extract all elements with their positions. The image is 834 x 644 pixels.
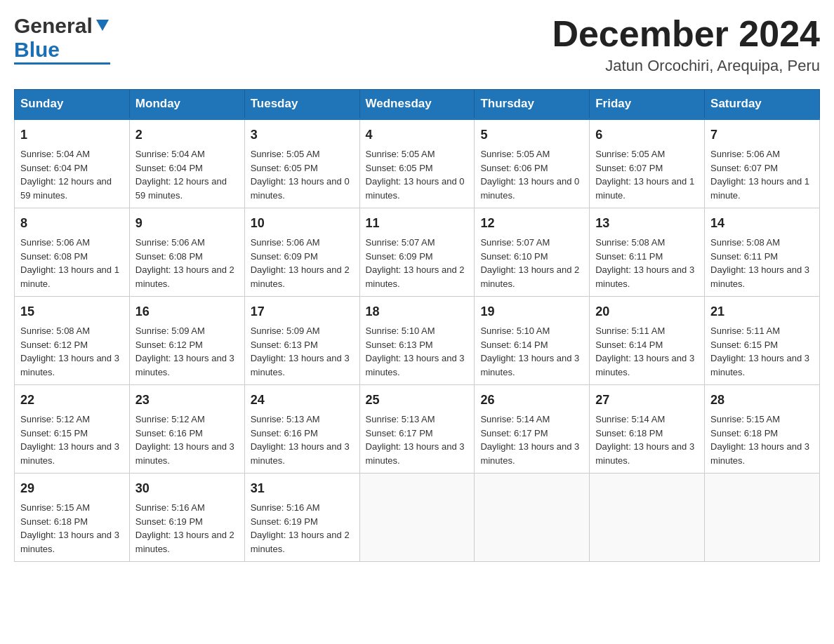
sunrise-label: Sunrise: 5:07 AM (480, 237, 550, 248)
location-title: Jatun Orcochiri, Arequipa, Peru (552, 57, 820, 75)
day-number: 20 (595, 302, 699, 321)
sunrise-label: Sunrise: 5:10 AM (480, 326, 550, 336)
table-row: 20 Sunrise: 5:11 AM Sunset: 6:14 PM Dayl… (590, 297, 705, 385)
sunset-label: Sunset: 6:12 PM (20, 340, 88, 350)
day-number: 15 (20, 302, 124, 321)
page-header: General Blue December 2024 Jatun Orcochi… (14, 14, 820, 75)
sunrise-label: Sunrise: 5:11 AM (710, 326, 780, 336)
day-number: 4 (366, 126, 469, 145)
sunrise-label: Sunrise: 5:05 AM (480, 149, 550, 159)
daylight-label: Daylight: 13 hours and 2 minutes. (135, 530, 234, 554)
daylight-label: Daylight: 13 hours and 3 minutes. (480, 353, 579, 377)
logo-triangle-icon (95, 17, 110, 32)
sunset-label: Sunset: 6:05 PM (366, 163, 433, 173)
table-row (359, 474, 475, 562)
table-row: 1 Sunrise: 5:04 AM Sunset: 6:04 PM Dayli… (15, 119, 130, 208)
sunrise-label: Sunrise: 5:13 AM (251, 414, 320, 424)
table-row: 30 Sunrise: 5:16 AM Sunset: 6:19 PM Dayl… (129, 474, 244, 562)
sunset-label: Sunset: 6:09 PM (366, 251, 433, 262)
table-row: 9 Sunrise: 5:06 AM Sunset: 6:08 PM Dayli… (129, 208, 244, 297)
daylight-label: Daylight: 13 hours and 2 minutes. (135, 264, 234, 289)
daylight-label: Daylight: 13 hours and 0 minutes. (480, 176, 579, 201)
table-row: 12 Sunrise: 5:07 AM Sunset: 6:10 PM Dayl… (475, 208, 590, 297)
daylight-label: Daylight: 13 hours and 3 minutes. (251, 353, 350, 377)
header-tuesday: Tuesday (244, 90, 359, 119)
sunrise-label: Sunrise: 5:05 AM (366, 149, 435, 159)
daylight-label: Daylight: 13 hours and 1 minute. (20, 264, 119, 289)
sunrise-label: Sunrise: 5:08 AM (20, 326, 90, 336)
day-number: 17 (251, 302, 354, 321)
table-row: 21 Sunrise: 5:11 AM Sunset: 6:15 PM Dayl… (705, 297, 820, 385)
day-number: 11 (366, 214, 469, 233)
table-row: 22 Sunrise: 5:12 AM Sunset: 6:15 PM Dayl… (15, 385, 130, 474)
table-row: 7 Sunrise: 5:06 AM Sunset: 6:07 PM Dayli… (705, 119, 820, 208)
table-row (590, 474, 705, 562)
header-wednesday: Wednesday (359, 90, 475, 119)
sunrise-label: Sunrise: 5:06 AM (710, 149, 780, 159)
table-row: 19 Sunrise: 5:10 AM Sunset: 6:14 PM Dayl… (475, 297, 590, 385)
header-sunday: Sunday (15, 90, 130, 119)
daylight-label: Daylight: 13 hours and 3 minutes. (595, 441, 694, 466)
sunrise-label: Sunrise: 5:09 AM (135, 326, 205, 336)
header-friday: Friday (590, 90, 705, 119)
month-title: December 2024 (552, 14, 820, 54)
sunrise-label: Sunrise: 5:12 AM (135, 414, 205, 424)
day-number: 22 (20, 391, 124, 410)
daylight-label: Daylight: 13 hours and 3 minutes. (710, 353, 809, 377)
day-number: 28 (710, 391, 814, 410)
day-number: 31 (251, 479, 354, 498)
daylight-label: Daylight: 13 hours and 3 minutes. (366, 353, 465, 377)
sunrise-label: Sunrise: 5:04 AM (20, 149, 90, 159)
day-number: 7 (710, 126, 814, 145)
sunset-label: Sunset: 6:14 PM (480, 340, 548, 350)
calendar-week-row: 1 Sunrise: 5:04 AM Sunset: 6:04 PM Dayli… (15, 119, 820, 208)
sunrise-label: Sunrise: 5:10 AM (366, 326, 435, 336)
daylight-label: Daylight: 13 hours and 3 minutes. (20, 530, 119, 554)
table-row: 31 Sunrise: 5:16 AM Sunset: 6:19 PM Dayl… (244, 474, 359, 562)
svg-marker-0 (96, 20, 109, 31)
sunset-label: Sunset: 6:04 PM (20, 163, 88, 173)
sunrise-label: Sunrise: 5:14 AM (595, 414, 665, 424)
sunrise-label: Sunrise: 5:06 AM (135, 237, 205, 248)
sunset-label: Sunset: 6:16 PM (135, 428, 203, 438)
sunset-label: Sunset: 6:08 PM (135, 251, 203, 262)
sunrise-label: Sunrise: 5:13 AM (366, 414, 435, 424)
sunset-label: Sunset: 6:18 PM (20, 516, 88, 527)
day-number: 8 (20, 214, 124, 233)
sunset-label: Sunset: 6:17 PM (480, 428, 548, 438)
sunset-label: Sunset: 6:11 PM (710, 251, 778, 262)
table-row: 16 Sunrise: 5:09 AM Sunset: 6:12 PM Dayl… (129, 297, 244, 385)
day-number: 6 (595, 126, 699, 145)
day-number: 5 (480, 126, 583, 145)
daylight-label: Daylight: 12 hours and 59 minutes. (20, 176, 112, 201)
sunrise-label: Sunrise: 5:09 AM (251, 326, 320, 336)
logo: General Blue (14, 14, 110, 65)
sunset-label: Sunset: 6:15 PM (710, 340, 778, 350)
logo-blue-text: Blue (14, 38, 60, 61)
table-row: 11 Sunrise: 5:07 AM Sunset: 6:09 PM Dayl… (359, 208, 475, 297)
table-row (705, 474, 820, 562)
sunrise-label: Sunrise: 5:06 AM (20, 237, 90, 248)
sunrise-label: Sunrise: 5:06 AM (251, 237, 320, 248)
table-row: 24 Sunrise: 5:13 AM Sunset: 6:16 PM Dayl… (244, 385, 359, 474)
day-number: 23 (135, 391, 239, 410)
daylight-label: Daylight: 13 hours and 3 minutes. (20, 353, 119, 377)
daylight-label: Daylight: 13 hours and 2 minutes. (251, 530, 350, 554)
table-row: 25 Sunrise: 5:13 AM Sunset: 6:17 PM Dayl… (359, 385, 475, 474)
table-row: 29 Sunrise: 5:15 AM Sunset: 6:18 PM Dayl… (15, 474, 130, 562)
daylight-label: Daylight: 13 hours and 3 minutes. (710, 441, 809, 466)
table-row (475, 474, 590, 562)
table-row: 17 Sunrise: 5:09 AM Sunset: 6:13 PM Dayl… (244, 297, 359, 385)
sunrise-label: Sunrise: 5:11 AM (595, 326, 665, 336)
day-number: 9 (135, 214, 239, 233)
table-row: 14 Sunrise: 5:08 AM Sunset: 6:11 PM Dayl… (705, 208, 820, 297)
sunrise-label: Sunrise: 5:16 AM (251, 502, 320, 513)
daylight-label: Daylight: 13 hours and 3 minutes. (135, 441, 234, 466)
day-number: 27 (595, 391, 699, 410)
sunrise-label: Sunrise: 5:15 AM (20, 502, 90, 513)
daylight-label: Daylight: 13 hours and 0 minutes. (366, 176, 465, 201)
calendar-week-row: 8 Sunrise: 5:06 AM Sunset: 6:08 PM Dayli… (15, 208, 820, 297)
sunset-label: Sunset: 6:19 PM (135, 516, 203, 527)
sunset-label: Sunset: 6:18 PM (710, 428, 778, 438)
day-header-row: Sunday Monday Tuesday Wednesday Thursday… (15, 90, 820, 119)
